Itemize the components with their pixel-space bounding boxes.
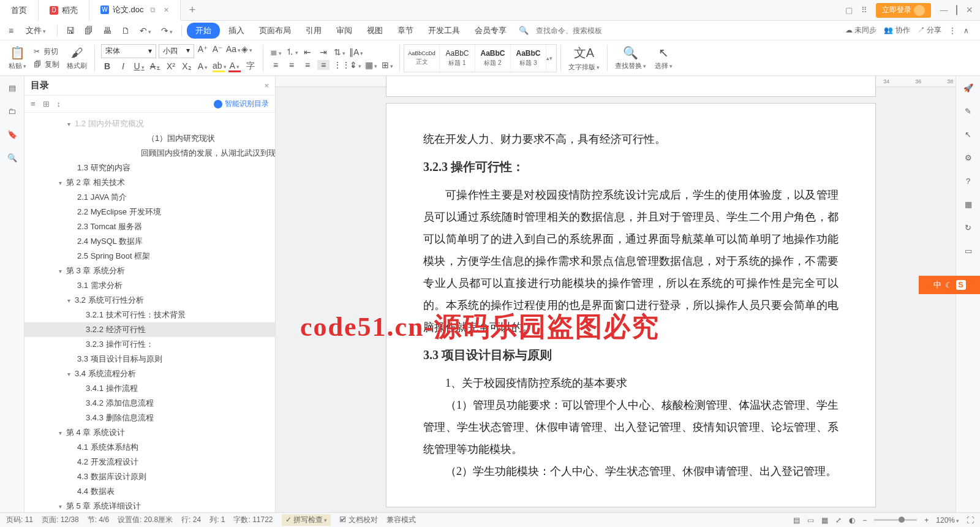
toc-item[interactable]: ▾第 2 章 相关技术 <box>24 175 275 190</box>
zoom-out-icon[interactable]: − <box>862 516 867 525</box>
new-tab-button[interactable]: + <box>181 4 205 17</box>
cut-button[interactable]: ✂ 剪切 <box>34 47 59 57</box>
subscript-button[interactable]: X₂ <box>181 61 193 71</box>
toc-item[interactable]: 2.4 MySQL 数据库 <box>24 234 275 249</box>
maximize-button[interactable] <box>956 6 957 15</box>
fullscreen-icon[interactable]: ⛶ <box>967 516 974 525</box>
copy-button[interactable]: 🗐 复制 <box>34 59 59 70</box>
tab-home[interactable]: 首页 <box>0 0 39 21</box>
style-more-icon[interactable]: ▴▾ <box>546 45 556 72</box>
toc-collapse-icon[interactable]: ↕ <box>57 99 61 108</box>
menu-file[interactable]: 文件 <box>20 23 52 39</box>
unsync-status[interactable]: ☁ 未同步 <box>845 25 876 36</box>
toc-item[interactable]: 2.1 JAVA 简介 <box>24 190 275 205</box>
tool-pencil-icon[interactable]: ✎ <box>963 105 974 116</box>
toc-item[interactable]: 3.4.3 删除信息流程 <box>24 411 275 425</box>
menu-page-layout[interactable]: 页面布局 <box>253 23 297 39</box>
align-left-icon[interactable]: ≡ <box>270 60 282 70</box>
toc-item[interactable]: 2.3 Tomcat 服务器 <box>24 219 275 234</box>
style-gallery[interactable]: AaBbCcDd正文 AaBbC标题 1 AaBbC标题 2 AaBbC标题 3… <box>404 44 557 72</box>
tool-refresh-icon[interactable]: ↻ <box>963 222 974 233</box>
toc-item[interactable]: 3.3 项目设计目标与原则 <box>24 352 275 366</box>
format-painter-button[interactable]: 🖌 格式刷 <box>63 46 91 70</box>
toc-item[interactable]: ▾3.2 系统可行性分析 <box>24 293 275 308</box>
text-layout-button[interactable]: 文A文字排版 <box>565 45 603 72</box>
outline-list[interactable]: ▾1.2 国内外研究概况（1）国内研究现状回顾国内疫情的发展，从湖北武汉到现在河… <box>24 113 275 525</box>
save-icon[interactable]: 🖫 <box>62 23 78 38</box>
status-doccheck[interactable]: 🗹 文档校对 <box>339 515 378 525</box>
number-list-icon[interactable]: ⒈ <box>285 47 298 58</box>
strike-button[interactable]: A <box>149 61 161 71</box>
status-page[interactable]: 页面: 12/38 <box>42 515 79 525</box>
italic-button[interactable]: I <box>117 61 129 71</box>
menu-view[interactable]: 视图 <box>361 23 389 39</box>
font-size-select[interactable]: 小四▾ <box>159 44 194 58</box>
view-read-icon[interactable]: ⤢ <box>835 516 842 525</box>
toc-item[interactable]: 2.5 Spring Boot 框架 <box>24 249 275 264</box>
text-effect-button[interactable]: A <box>197 61 209 71</box>
menu-references[interactable]: 引用 <box>300 23 328 39</box>
nav-search-icon[interactable]: 🔍 <box>7 152 18 163</box>
toc-item[interactable]: 3.2.2 经济可行性 <box>24 322 275 337</box>
login-button[interactable]: 立即登录 <box>876 3 931 18</box>
tab-popout-icon[interactable]: ⧉ <box>150 6 156 14</box>
document-page[interactable]: 统在开发人力、财力要求不高，具有经济可行性。 3.2.3 操作可行性： 可操作性… <box>386 103 876 507</box>
layout-icon[interactable]: ▢ <box>845 6 853 15</box>
style-normal[interactable]: AaBbCcDd正文 <box>404 45 440 72</box>
align-right-icon[interactable]: ≡ <box>301 60 314 70</box>
tool-template-icon[interactable]: ▦ <box>963 199 974 210</box>
status-words[interactable]: 字数: 11722 <box>233 515 273 525</box>
toc-item[interactable]: ▾1.2 国内外研究概况 <box>24 116 275 131</box>
paragraph-spacing-icon[interactable]: ⇕ <box>349 60 361 70</box>
toc-item[interactable]: 4.1 系统体系结构 <box>24 440 275 455</box>
clear-format-icon[interactable]: ◈ <box>241 44 253 58</box>
line-spacing-icon[interactable]: ‖A <box>349 47 361 57</box>
toc-item[interactable]: 4.3 数据库设计原则 <box>24 469 275 484</box>
toc-item[interactable]: （1）国内研究现状 <box>24 131 275 146</box>
view-print-icon[interactable]: ▤ <box>793 516 800 525</box>
tab-document[interactable]: W 论文.doc ⧉ × <box>89 0 181 21</box>
highlight-button[interactable]: ab <box>213 61 225 72</box>
toc-item[interactable]: ▾第 5 章 系统详细设计 <box>24 499 275 514</box>
decrease-font-icon[interactable]: A⁻ <box>211 44 224 58</box>
view-web-icon[interactable]: ▭ <box>807 516 814 525</box>
toc-level-icon[interactable]: ≡ <box>31 99 36 108</box>
zoom-slider[interactable] <box>874 519 917 521</box>
style-heading3[interactable]: AaBbC标题 3 <box>511 45 546 72</box>
increase-font-icon[interactable]: A⁺ <box>197 44 209 58</box>
close-window-button[interactable]: × <box>966 4 973 17</box>
collab-button[interactable]: 👥 协作 <box>884 25 910 36</box>
nav-files-icon[interactable]: 🗀 <box>7 105 18 116</box>
align-justify-icon[interactable]: ≡ <box>317 60 330 70</box>
more-menu-icon[interactable]: ⋮ <box>949 26 956 35</box>
command-search-input[interactable] <box>531 25 633 37</box>
tool-settings-icon[interactable]: ⚙ <box>963 152 974 163</box>
nav-outline-icon[interactable]: ▤ <box>7 82 18 93</box>
document-area[interactable]: 2468101214161820222426283032343638404244… <box>276 76 956 525</box>
menu-start[interactable]: 开始 <box>187 23 220 39</box>
tool-screen-icon[interactable]: ▭ <box>963 245 974 256</box>
border-icon[interactable]: ⊞ <box>381 60 393 70</box>
view-focus-icon[interactable]: ◐ <box>849 516 855 525</box>
menu-devtools[interactable]: 开发工具 <box>422 23 466 39</box>
phonetic-button[interactable]: 字 <box>244 61 257 72</box>
toc-item[interactable]: 3.2.1 技术可行性：技术背景 <box>24 308 275 322</box>
apps-icon[interactable]: ⠿ <box>861 6 867 15</box>
select-button[interactable]: ↖选择 <box>651 45 676 70</box>
menu-hamburger-icon[interactable]: ≡ <box>5 23 17 38</box>
toc-item[interactable]: 2.2 MyEclipse 开发环境 <box>24 205 275 219</box>
undo-icon[interactable]: ↶ <box>136 23 155 38</box>
menu-section[interactable]: 章节 <box>391 23 420 39</box>
toc-item[interactable]: ▾第 4 章 系统设计 <box>24 425 275 440</box>
font-family-select[interactable]: 宋体▾ <box>101 44 156 58</box>
superscript-button[interactable]: X² <box>165 61 177 71</box>
increase-indent-icon[interactable]: ⇥ <box>317 47 330 57</box>
minimize-button[interactable]: — <box>940 6 948 15</box>
decrease-indent-icon[interactable]: ⇤ <box>301 47 314 57</box>
toc-item[interactable]: 4.2 开发流程设计 <box>24 455 275 469</box>
tool-help-icon[interactable]: ? <box>963 175 974 186</box>
toc-expand-icon[interactable]: ⊞ <box>43 99 50 108</box>
menu-review[interactable]: 审阅 <box>330 23 358 39</box>
redo-icon[interactable]: ↷ <box>157 23 176 38</box>
toc-item[interactable]: ▾3.4 系统流程分析 <box>24 366 275 381</box>
